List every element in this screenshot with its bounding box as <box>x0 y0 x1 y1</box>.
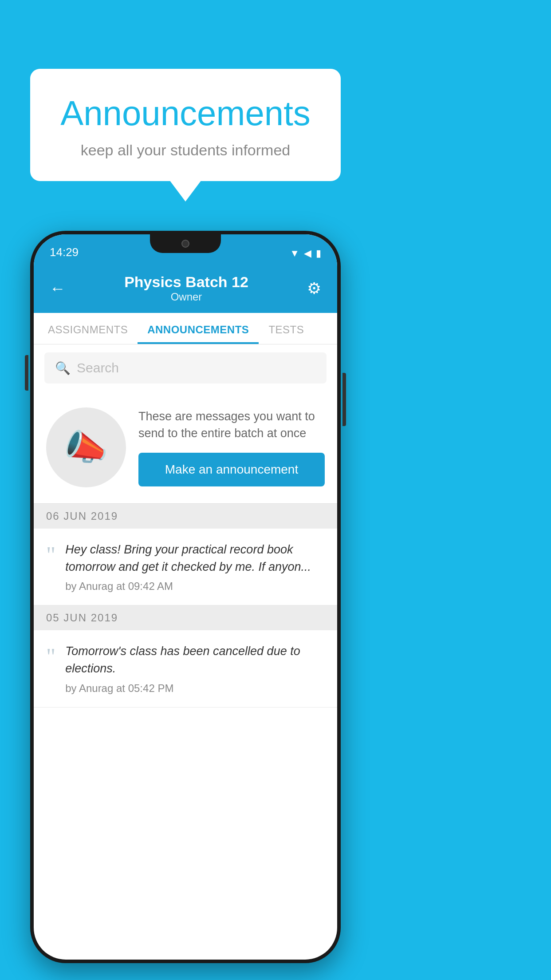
phone-side-button-right <box>342 373 346 426</box>
tab-tests[interactable]: TESTS <box>259 313 314 344</box>
phone-frame: 14:29 ▼ ◀ ▮ ← Physics Batch 12 Owner ⚙ <box>30 231 341 963</box>
search-container: 🔍 Search <box>34 344 337 391</box>
header-subtitle: Owner <box>124 291 248 303</box>
announcement-text-1: Hey class! Bring your practical record b… <box>65 541 325 576</box>
promo-description: These are messages you want to send to t… <box>138 408 325 442</box>
tab-assignments[interactable]: ASSIGNMENTS <box>38 313 138 344</box>
quote-icon-2: " <box>46 645 55 694</box>
phone-screen: 14:29 ▼ ◀ ▮ ← Physics Batch 12 Owner ⚙ <box>34 234 337 960</box>
back-button[interactable]: ← <box>50 279 66 298</box>
signal-icon: ◀ <box>304 248 311 259</box>
tab-announcements[interactable]: ANNOUNCEMENTS <box>138 313 259 344</box>
search-placeholder: Search <box>77 360 119 375</box>
phone-notch <box>150 234 221 253</box>
header-center: Physics Batch 12 Owner <box>124 273 248 303</box>
promo-content: These are messages you want to send to t… <box>138 408 325 486</box>
phone-camera <box>181 240 189 248</box>
announcement-content-1: Hey class! Bring your practical record b… <box>65 541 325 593</box>
status-icons: ▼ ◀ ▮ <box>290 248 321 259</box>
speech-bubble-container: Announcements keep all your students inf… <box>30 69 341 181</box>
promo-icon-circle: 📣 <box>46 407 126 487</box>
header-title: Physics Batch 12 <box>124 273 248 291</box>
announcement-text-2: Tomorrow's class has been cancelled due … <box>65 643 325 677</box>
battery-icon: ▮ <box>316 248 321 259</box>
wifi-icon: ▼ <box>290 248 299 259</box>
make-announcement-button[interactable]: Make an announcement <box>138 453 325 486</box>
app-header: ← Physics Batch 12 Owner ⚙ <box>34 265 337 313</box>
date-separator-2: 05 JUN 2019 <box>34 605 337 630</box>
announcement-item-2[interactable]: " Tomorrow's class has been cancelled du… <box>34 630 337 707</box>
announcements-subtitle: keep all your students informed <box>57 142 314 159</box>
phone-side-button-left <box>25 355 28 391</box>
announcements-title: Announcements <box>57 93 314 134</box>
search-icon: 🔍 <box>55 361 71 375</box>
announcement-meta-1: by Anurag at 09:42 AM <box>65 580 325 593</box>
announcement-content-2: Tomorrow's class has been cancelled due … <box>65 643 325 694</box>
status-time: 14:29 <box>50 245 79 259</box>
speech-bubble: Announcements keep all your students inf… <box>30 69 341 181</box>
promo-section: 📣 These are messages you want to send to… <box>34 391 337 504</box>
search-bar[interactable]: 🔍 Search <box>44 352 327 383</box>
megaphone-icon: 📣 <box>64 427 108 468</box>
date-separator-1: 06 JUN 2019 <box>34 504 337 529</box>
tab-bar: ASSIGNMENTS ANNOUNCEMENTS TESTS <box>34 313 337 344</box>
settings-icon[interactable]: ⚙ <box>307 279 321 298</box>
announcement-meta-2: by Anurag at 05:42 PM <box>65 682 325 695</box>
phone-container: 14:29 ▼ ◀ ▮ ← Physics Batch 12 Owner ⚙ <box>30 231 341 963</box>
announcement-item-1[interactable]: " Hey class! Bring your practical record… <box>34 529 337 605</box>
quote-icon-1: " <box>46 544 55 593</box>
